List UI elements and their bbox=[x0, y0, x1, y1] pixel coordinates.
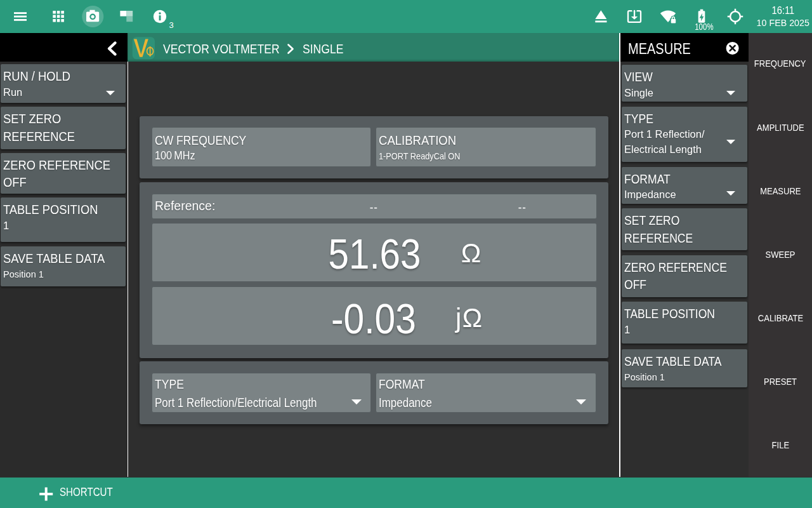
svg-text:-0.03: -0.03 bbox=[331, 295, 416, 342]
svg-text:51.63: 51.63 bbox=[328, 231, 421, 277]
svg-text:3: 3 bbox=[169, 20, 174, 30]
svg-text:Ω: Ω bbox=[461, 238, 481, 268]
svg-text:jΩ: jΩ bbox=[454, 302, 483, 332]
